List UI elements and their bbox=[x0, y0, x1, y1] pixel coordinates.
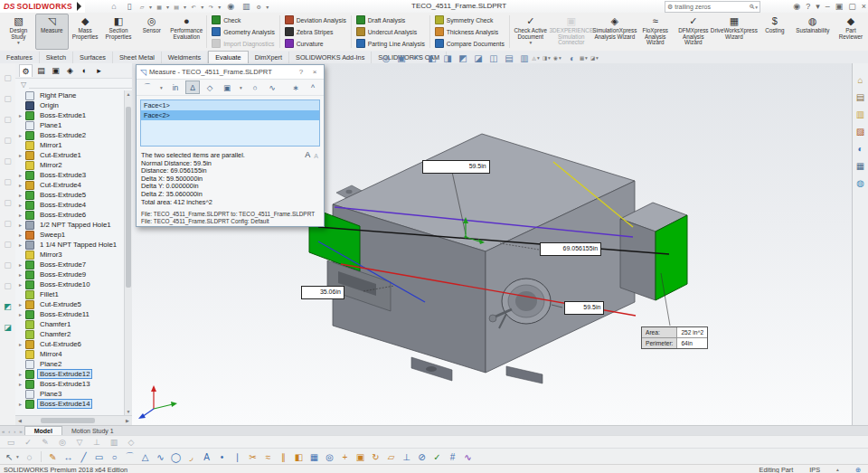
model-foot-hole[interactable] bbox=[426, 366, 437, 372]
expand-arrow-icon[interactable]: ▸ bbox=[19, 381, 25, 387]
magnified-selection-icon[interactable]: ◩ bbox=[3, 301, 13, 311]
expand-arrow-icon[interactable]: ▸ bbox=[19, 241, 25, 248]
filter-axes-icon[interactable]: ▢ bbox=[3, 176, 13, 186]
tree-item-boss-extrude13[interactable]: ▸Boss-Extrude13 bbox=[15, 379, 125, 389]
logo-flyout-arrow[interactable] bbox=[77, 2, 81, 11]
tree-item-boss-extrude6[interactable]: ▸Boss-Extrude6 bbox=[15, 210, 125, 220]
display-style[interactable]: ◨ bbox=[542, 52, 547, 64]
lasso-select-icon[interactable]: ◌ bbox=[24, 450, 35, 463]
save[interactable]: ▦ bbox=[154, 1, 165, 12]
zebra-stripes-button[interactable]: Zebra Stripes bbox=[285, 26, 346, 37]
expand-arrow-icon[interactable]: ▸ bbox=[19, 112, 25, 118]
add-relation-icon[interactable]: ⊥ bbox=[401, 450, 412, 463]
tab-weldments[interactable]: Weldments bbox=[162, 52, 208, 63]
tab-features[interactable]: Features bbox=[0, 52, 40, 63]
measure-dialog[interactable]: ◹ Measure - TECO_4511_Frame.SLDPRT ? × ⌒… bbox=[136, 64, 325, 227]
caliper-icon[interactable]: ◇ bbox=[203, 80, 217, 94]
globe-icon[interactable]: ⊕ bbox=[855, 466, 861, 473]
view-right-icon[interactable]: ◫ bbox=[487, 52, 500, 64]
expand-arrow-icon[interactable]: ▸ bbox=[19, 301, 25, 307]
tree-tab-featuremanager-tree[interactable]: ⚙ bbox=[19, 64, 33, 77]
home-icon[interactable]: ⌂ bbox=[108, 1, 119, 12]
increase-text-size-icon[interactable]: A bbox=[305, 150, 310, 159]
file-properties-icon[interactable]: ▥ bbox=[241, 1, 251, 12]
simulationxpress-analysis-wizard-button[interactable]: ◈SimulationXpress Analysis Wizard bbox=[593, 14, 637, 50]
callout-normal-distance[interactable]: Normal Dist: 59.5in bbox=[422, 160, 490, 174]
part-reviewer-button[interactable]: ◆Part Reviewer bbox=[832, 14, 868, 50]
filter-dimensions-icon[interactable]: ▢ bbox=[3, 280, 13, 290]
model-fitting-knob[interactable] bbox=[489, 315, 496, 322]
sketch-fillet-icon[interactable]: ◞ bbox=[185, 450, 197, 463]
arc-measure-caret[interactable]: ▾ bbox=[157, 80, 165, 94]
callout-delta-z[interactable]: dZ: 35.06in bbox=[301, 286, 344, 299]
tree-item-sweep1[interactable]: ▸Sweep1 bbox=[15, 230, 125, 240]
model-foot-right[interactable] bbox=[506, 366, 542, 383]
help-icon[interactable]: ? bbox=[806, 2, 810, 11]
expand-arrow-icon[interactable]: ▸ bbox=[19, 182, 25, 188]
expand-arrow-icon[interactable]: ▸ bbox=[19, 152, 25, 158]
tree-item-plane3[interactable]: Plane3 bbox=[15, 389, 125, 399]
filter-vertices-icon[interactable]: ▢ bbox=[3, 72, 13, 82]
spline-icon[interactable]: ∿ bbox=[155, 450, 166, 463]
copy-entities-icon[interactable]: ▣ bbox=[354, 450, 366, 463]
sketch-icon[interactable]: ✎ bbox=[47, 450, 59, 463]
tree-item-boss-extrude5[interactable]: ▸Boss-Extrude5 bbox=[15, 190, 125, 200]
scroll-up-arrow[interactable]: ▲ bbox=[125, 90, 132, 99]
sensor-button[interactable]: ◎Sensor bbox=[135, 14, 168, 50]
rectangle-icon[interactable]: ▭ bbox=[93, 450, 105, 463]
scroll-thumb-h[interactable] bbox=[41, 418, 95, 423]
search-input[interactable]: trailing zeros bbox=[675, 4, 747, 10]
circular-pattern-icon[interactable]: ◎ bbox=[324, 450, 335, 463]
model-lug-left-hole[interactable] bbox=[346, 190, 353, 194]
display-relations-icon[interactable]: ⊘ bbox=[416, 450, 428, 463]
redo-caret-icon[interactable]: ▾ bbox=[218, 4, 221, 10]
parting-line-analysis-button[interactable]: Parting Line Analysis bbox=[356, 38, 425, 49]
tree-item-boss-extrude4[interactable]: ▸Boss-Extrude4 bbox=[15, 200, 125, 210]
decrease-text-size-icon[interactable]: A bbox=[314, 153, 318, 159]
design-library-icon[interactable]: ▤ bbox=[854, 91, 866, 103]
hide-show-items[interactable]: ◉ bbox=[553, 52, 558, 64]
zoom-to-area-icon[interactable]: ▣ bbox=[395, 52, 408, 64]
view-palette-icon[interactable]: ▨ bbox=[854, 126, 866, 137]
tree-item-cut-extrude4[interactable]: ▸Cut-Extrude4 bbox=[15, 180, 125, 190]
costing-button[interactable]: $Costing bbox=[756, 14, 794, 50]
tab-sketch[interactable]: Sketch bbox=[40, 52, 73, 63]
linear-pattern-icon[interactable]: ▦ bbox=[308, 450, 320, 463]
filter-planes-icon[interactable]: ▢ bbox=[3, 197, 13, 207]
tree-item-cut-extrude6[interactable]: ▸Cut-Extrude6 bbox=[15, 339, 125, 349]
redo[interactable]: ↷ bbox=[205, 1, 216, 12]
tree-item-boss-extrude7[interactable]: ▸Boss-Extrude7 bbox=[15, 260, 125, 270]
account-icon[interactable]: ◉ bbox=[793, 2, 800, 11]
driveworksxpress-wizard-button[interactable]: ▦DriveWorksXpress Wizard bbox=[712, 14, 756, 50]
view-top-icon[interactable]: ▤ bbox=[503, 52, 515, 64]
undo-caret-icon[interactable]: ▾ bbox=[201, 4, 203, 10]
solidworks-forum-icon[interactable]: ◍ bbox=[854, 177, 866, 189]
point-to-point-icon[interactable]: ▣ bbox=[220, 80, 234, 94]
tree-item-boss-extrude9[interactable]: ▸Boss-Extrude9 bbox=[15, 270, 125, 279]
expand-arrow-icon[interactable]: ▸ bbox=[19, 281, 25, 288]
rapid-sketch-icon[interactable]: ∿ bbox=[462, 450, 474, 463]
undo[interactable]: ↶ bbox=[188, 1, 199, 12]
motion-nav-icon[interactable]: « bbox=[0, 429, 6, 434]
selection-item-face-2[interactable]: Face<2> bbox=[141, 110, 319, 120]
view-isometric-caret-icon[interactable]: ▾ bbox=[537, 55, 542, 61]
draft-analysis-button[interactable]: Draft Analysis bbox=[356, 14, 425, 25]
filter-edges-icon[interactable]: ▢ bbox=[3, 93, 13, 103]
tree-vertical-scrollbar[interactable]: ▲ ▼ bbox=[124, 90, 132, 416]
select-icon[interactable]: ↖ bbox=[4, 450, 15, 463]
expand-arrow-icon[interactable]: ▸ bbox=[19, 371, 25, 377]
select-caret-icon[interactable]: ▾ bbox=[16, 454, 20, 459]
tab-solidworks-add-ins[interactable]: SOLIDWORKS Add-Ins bbox=[289, 52, 372, 63]
measure-selection-list[interactable]: Face<1>Face<2> bbox=[140, 99, 320, 147]
expand-arrow-icon[interactable]: ▸ bbox=[19, 261, 25, 268]
tab-surfaces[interactable]: Surfaces bbox=[73, 52, 113, 63]
point-caret[interactable]: ▾ bbox=[237, 80, 245, 94]
tree-tab-propertymanager[interactable]: ▤ bbox=[35, 65, 47, 77]
hide-show-items-caret-icon[interactable]: ▾ bbox=[559, 55, 563, 61]
tab-evaluate[interactable]: Evaluate bbox=[208, 51, 248, 63]
circle-icon[interactable]: ○ bbox=[108, 450, 120, 463]
tree-item-mirror1[interactable]: Mirror1 bbox=[15, 140, 125, 150]
tree-item-boss-extrude10[interactable]: ▸Boss-Extrude10 bbox=[15, 279, 125, 289]
callout-area-perimeter[interactable]: Area:252 in^2Perimeter:64in bbox=[641, 326, 708, 349]
check-active-document-button[interactable]: ✓Check Active Document▾ bbox=[512, 14, 550, 50]
